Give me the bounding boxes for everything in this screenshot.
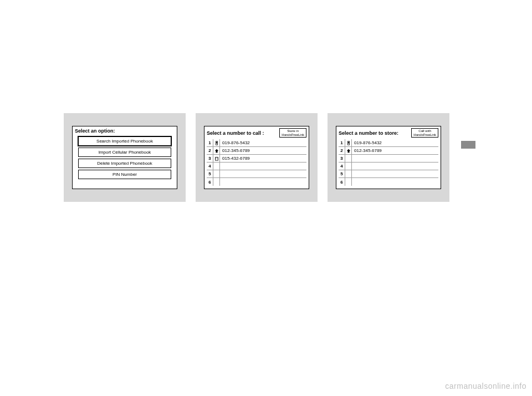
screen-call: Select a number to call : Store inHandsF… (196, 113, 318, 202)
svg-rect-3 (215, 157, 218, 160)
store-number-list: 1 019-876-5432 2 012-345-6789 3 4 (339, 139, 438, 186)
svg-rect-6 (216, 159, 216, 159)
page-side-tab (461, 141, 475, 149)
empty-icon (213, 178, 220, 186)
svg-rect-9 (348, 141, 349, 143)
row-number (352, 155, 438, 162)
screen-call-inner: Select a number to call : Store inHandsF… (204, 126, 309, 189)
option-pin-number[interactable]: PIN Number (78, 170, 171, 179)
svg-rect-1 (216, 141, 217, 143)
row-index: 4 (207, 163, 213, 170)
store-row-4[interactable]: 4 (339, 163, 438, 170)
screen3-header: Select a number to store: Call withHands… (339, 128, 438, 138)
row-index: 3 (207, 155, 213, 162)
mobile-icon (213, 139, 220, 146)
empty-icon (345, 178, 352, 186)
screen3-title: Select a number to store: (339, 130, 398, 136)
screen-options: Select an option: Search Imported Phoneb… (64, 113, 186, 202)
home-icon (213, 147, 220, 154)
svg-marker-2 (214, 149, 218, 152)
call-row-3[interactable]: 3 015-432-6789 (207, 155, 306, 163)
svg-marker-10 (346, 149, 350, 152)
call-row-6[interactable]: 6 (207, 178, 306, 186)
svg-rect-4 (216, 158, 216, 158)
row-number (220, 170, 306, 177)
empty-icon (213, 170, 220, 177)
work-icon (213, 155, 220, 162)
svg-rect-5 (217, 158, 217, 158)
call-row-5[interactable]: 5 (207, 170, 306, 178)
mobile-icon (345, 139, 352, 146)
row-index: 1 (207, 139, 213, 146)
screen-store-inner: Select a number to store: Call withHands… (336, 126, 441, 189)
row-number (352, 178, 438, 186)
row-number: 012-345-6789 (220, 147, 306, 154)
store-in-hfl-button[interactable]: Store inHandsFreeLink (279, 128, 306, 138)
option-import-phonebook[interactable]: Import Cellular Phonebook (78, 148, 171, 157)
row-index: 2 (339, 147, 345, 154)
row-index: 6 (207, 178, 213, 186)
call-row-4[interactable]: 4 (207, 163, 306, 170)
option-delete-phonebook[interactable]: Delete Imported Phonebook (78, 159, 171, 168)
row-number (220, 178, 306, 186)
row-index: 4 (339, 163, 345, 170)
call-row-1[interactable]: 1 019-876-5432 (207, 139, 306, 147)
store-row-5[interactable]: 5 (339, 170, 438, 178)
row-index: 2 (207, 147, 213, 154)
store-row-3[interactable]: 3 (339, 155, 438, 163)
empty-icon (345, 163, 352, 170)
screen2-header: Select a number to call : Store inHandsF… (207, 128, 306, 138)
row-index: 5 (339, 170, 345, 177)
svg-rect-7 (217, 159, 217, 159)
screen1-title: Select an option: (75, 128, 175, 134)
row-index: 3 (339, 155, 345, 162)
option-list: Search Imported Phonebook Import Cellula… (75, 135, 175, 180)
screen-options-inner: Select an option: Search Imported Phoneb… (72, 126, 177, 189)
row-number (220, 163, 306, 170)
store-row-6[interactable]: 6 (339, 178, 438, 186)
home-icon (345, 147, 352, 154)
row-number: 019-876-5432 (352, 139, 438, 146)
call-with-hfl-button[interactable]: Call withHandsFreeLink (411, 128, 438, 138)
watermark-text: carmanualsonline.info (445, 382, 526, 390)
row-index: 6 (339, 178, 345, 186)
row-number: 019-876-5432 (220, 139, 306, 146)
row-index: 5 (207, 170, 213, 177)
store-row-2[interactable]: 2 012-345-6789 (339, 147, 438, 155)
call-number-list: 1 019-876-5432 2 012-345-6789 3 015-432-… (207, 139, 306, 186)
screen-store: Select a number to store: Call withHands… (328, 113, 449, 202)
row-number: 015-432-6789 (220, 155, 306, 162)
empty-icon (345, 170, 352, 177)
call-row-2[interactable]: 2 012-345-6789 (207, 147, 306, 155)
empty-icon (213, 163, 220, 170)
option-search-phonebook[interactable]: Search Imported Phonebook (78, 136, 171, 146)
row-number (352, 163, 438, 170)
row-number (352, 170, 438, 177)
screen2-title: Select a number to call : (207, 130, 264, 136)
row-index: 1 (339, 139, 345, 146)
store-row-1[interactable]: 1 019-876-5432 (339, 139, 438, 147)
empty-icon (345, 155, 352, 162)
row-number: 012-345-6789 (352, 147, 438, 154)
